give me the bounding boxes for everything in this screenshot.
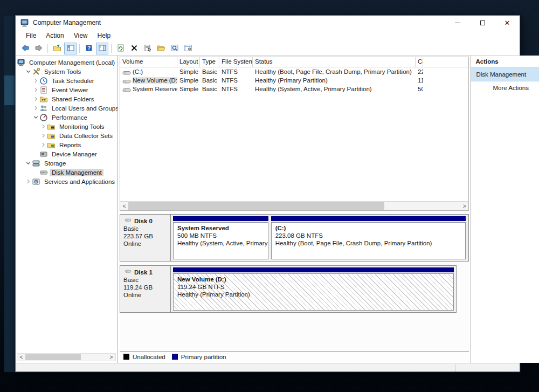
column-header-type[interactable]: Type <box>200 57 219 67</box>
partition-new-volume-d[interactable]: New Volume (D:) 119.24 GB NTFS Healthy (… <box>173 267 454 311</box>
tree-item-label: Monitoring Tools <box>58 123 106 130</box>
scrollbar-thumb[interactable] <box>25 354 81 360</box>
volume-row[interactable]: (C:) Simple Basic NTFS Healthy (Boot, Pa… <box>120 67 468 76</box>
tree-item-disk-management[interactable]: Disk Management <box>16 168 118 177</box>
volume-type: Basic <box>200 68 219 75</box>
tree-item-task-scheduler[interactable]: Task Scheduler <box>16 76 118 85</box>
chevron-expanded-icon[interactable] <box>32 114 39 121</box>
tree-item-shared-folders[interactable]: Shared Folders <box>16 94 118 104</box>
tree-item-data-collector-sets[interactable]: Data Collector Sets <box>16 131 118 140</box>
disk-type: Basic <box>123 225 167 232</box>
chevron-spacer <box>32 150 39 158</box>
properties-button[interactable] <box>141 43 154 54</box>
column-header-layout[interactable]: Layout <box>177 57 200 67</box>
disk-info[interactable]: Disk 1 Basic 119.24 GB Online <box>120 266 171 312</box>
volume-horizontal-scrollbar[interactable]: < > <box>120 201 468 210</box>
tree-item-label: Performance <box>50 114 89 121</box>
chevron-expanded-icon[interactable] <box>24 160 32 167</box>
menu-bar: FileActionViewHelp <box>16 30 520 42</box>
maximize-icon <box>480 20 485 25</box>
back-button[interactable] <box>19 43 31 54</box>
chevron-collapsed-icon[interactable] <box>39 141 47 149</box>
tree-item-label: Reports <box>58 141 82 149</box>
tree-item-label: Task Scheduler <box>50 77 96 85</box>
scrollbar-track[interactable] <box>25 354 107 361</box>
tree-item-system-tools[interactable]: System Tools <box>16 67 118 76</box>
partition-c[interactable]: (C:) 223.08 GB NTFS Healthy (Boot, Page … <box>271 216 466 259</box>
minimize-button[interactable] <box>445 16 470 30</box>
column-header-capacity[interactable]: Capacity <box>416 57 423 67</box>
more-actions-item[interactable]: More Actions <box>471 81 539 94</box>
disk-info[interactable]: Disk 0 Basic 223.57 GB Online <box>120 215 171 261</box>
chevron-collapsed-icon[interactable] <box>32 86 39 94</box>
menu-file[interactable]: File <box>21 31 41 40</box>
scroll-left-icon[interactable]: < <box>17 354 25 361</box>
chevron-collapsed-icon[interactable] <box>39 132 47 140</box>
scroll-left-icon[interactable]: < <box>120 203 128 210</box>
close-icon: ✕ <box>505 19 510 26</box>
tree-item-computer-management-local[interactable]: Computer Management (Local) <box>16 58 118 67</box>
delete-button[interactable] <box>128 43 140 54</box>
tree-item-performance[interactable]: Performance <box>16 113 118 122</box>
tree-item-local-users-and-groups[interactable]: Local Users and Groups <box>16 104 118 113</box>
tree-item-reports[interactable]: Reports <box>16 140 118 149</box>
svg-text:?: ? <box>87 45 90 51</box>
tree-item-event-viewer[interactable]: Event Viewer <box>16 85 118 94</box>
actions-group-disk-management[interactable]: Disk Management <box>471 68 539 81</box>
show-console-tree-button[interactable] <box>64 43 77 54</box>
help-button[interactable]: ? <box>82 43 95 54</box>
chevron-collapsed-icon[interactable] <box>39 123 47 130</box>
column-header-volume[interactable]: Volume <box>120 57 177 67</box>
menu-view[interactable]: View <box>69 31 93 40</box>
show-console-tree-icon <box>66 44 75 53</box>
primary-partition-bar <box>271 216 466 221</box>
delete-icon <box>130 44 139 53</box>
partition-name: System Reserved <box>177 224 264 232</box>
up-level-button[interactable] <box>51 43 63 54</box>
scroll-right-icon[interactable]: > <box>460 203 468 210</box>
chevron-collapsed-icon[interactable] <box>32 105 39 112</box>
maximize-button[interactable] <box>470 16 495 30</box>
column-header-file-system[interactable]: File System <box>219 57 253 67</box>
chevron-expanded-icon[interactable] <box>24 68 32 75</box>
tree-item-services-and-applications[interactable]: Services and Applications <box>16 177 118 186</box>
search-button[interactable] <box>168 43 181 54</box>
partition-status: Healthy (Boot, Page File, Crash Dump, Pr… <box>275 239 462 247</box>
tree-item-label: Disk Management <box>50 169 103 176</box>
column-header-status[interactable]: Status <box>253 57 416 67</box>
disk-icon <box>123 217 134 225</box>
tree-item-storage[interactable]: Storage <box>16 159 118 168</box>
toolbar-separator <box>47 44 48 53</box>
chevron-collapsed-icon[interactable] <box>32 77 39 85</box>
close-button[interactable]: ✕ <box>495 16 520 30</box>
partition-system-reserved[interactable]: System Reserved 500 MB NTFS Healthy (Sys… <box>173 216 268 259</box>
show-action-pane-button[interactable] <box>96 43 108 54</box>
volume-layout: Simple <box>177 77 200 84</box>
system-tools-icon <box>32 67 40 76</box>
volume-name: System Reserved <box>133 86 177 92</box>
up-level-icon <box>53 44 61 53</box>
volume-type: Basic <box>200 86 219 92</box>
performance-icon <box>39 113 48 122</box>
disk-partitions: New Volume (D:) 119.24 GB NTFS Healthy (… <box>171 266 456 312</box>
menu-action[interactable]: Action <box>41 31 68 40</box>
scrollbar-track[interactable] <box>128 202 460 210</box>
open-folder-button[interactable] <box>155 43 167 54</box>
scrollbar-thumb[interactable] <box>128 202 384 210</box>
tree-item-monitoring-tools[interactable]: Monitoring Tools <box>16 122 118 131</box>
tree-item-device-manager[interactable]: Device Manager <box>16 149 118 159</box>
menu-help[interactable]: Help <box>93 31 116 40</box>
chevron-collapsed-icon[interactable] <box>32 95 39 103</box>
disk-status: Online <box>123 240 167 247</box>
tree-horizontal-scrollbar[interactable]: < > <box>17 353 116 361</box>
chevron-collapsed-icon[interactable] <box>24 178 32 185</box>
refresh-button[interactable] <box>114 43 127 54</box>
volume-capacity: 223.57 GB <box>416 68 423 75</box>
volume-row[interactable]: New Volume (D:) Simple Basic NTFS Health… <box>120 76 468 85</box>
extended-view-button[interactable] <box>182 43 194 54</box>
disk-name: Disk 0 <box>134 217 153 225</box>
scroll-right-icon[interactable]: > <box>107 354 115 361</box>
forward-button[interactable] <box>32 43 45 54</box>
volume-row[interactable]: System Reserved Simple Basic NTFS Health… <box>120 85 468 93</box>
partition-size: 223.08 GB NTFS <box>275 232 462 239</box>
